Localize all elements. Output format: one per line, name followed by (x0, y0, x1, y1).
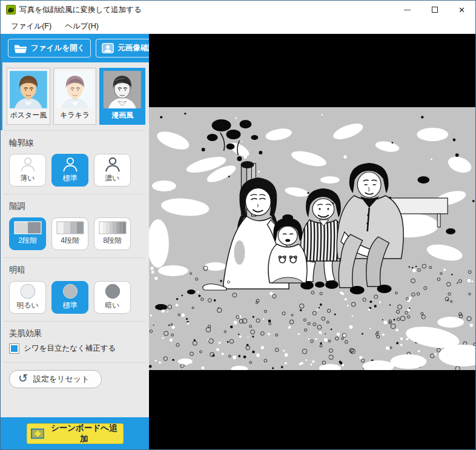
add-to-sceneboard-label: シーンボードへ追加 (49, 423, 119, 445)
circle-icon (103, 283, 122, 300)
person-icon (18, 156, 38, 173)
kirakira-style-thumbnail (56, 71, 94, 108)
brightness-dark-label: 暗い (105, 300, 119, 311)
outline-thin-button[interactable]: 薄い (9, 154, 46, 187)
style-kirakira-label: キラキラ (56, 108, 94, 123)
outline-dark-label: 濃い (105, 173, 119, 184)
app-window: 写真を似顔絵風に変換して追加する ✕ ファイル(F) ヘルプ(H) ファイルを開… (0, 0, 476, 450)
close-icon: ✕ (458, 6, 465, 14)
gradation-8-button[interactable]: 8段階 (94, 217, 131, 250)
menubar: ファイル(F) ヘルプ(H) (1, 19, 475, 34)
minimize-icon (404, 10, 411, 10)
open-file-button[interactable]: ファイルを開く (8, 39, 91, 58)
person-icon (102, 156, 123, 173)
minimize-button[interactable] (394, 1, 421, 19)
folder-open-icon (14, 44, 27, 53)
preview-image (149, 107, 475, 370)
maximize-icon (432, 7, 438, 13)
plus-icon (31, 428, 45, 439)
outline-section: 輪郭線 薄い 標準 (1, 131, 149, 194)
sidebar-footer: シーンボードへ追加 (1, 417, 149, 449)
gradation-section-title: 階調 (9, 201, 140, 212)
reset-settings-label: 設定をリセット (33, 374, 90, 385)
person-icon (60, 156, 81, 173)
brightness-bright-button[interactable]: 明るい (9, 281, 46, 314)
outline-standard-button[interactable]: 標準 (51, 154, 88, 187)
settings-sidebar: ファイルを開く 元画像確認 (1, 34, 149, 449)
skin-effect-title: 美肌効果 (9, 328, 140, 339)
style-manga[interactable]: 漫画風 (99, 68, 145, 125)
brightness-dark-button[interactable]: 暗い (94, 281, 131, 314)
style-poster-label: ポスター風 (10, 108, 47, 123)
style-preset-row: ポスター風 キラキラ (1, 62, 149, 130)
skin-effect-section: 美肌効果 シワを目立たなく補正する (1, 322, 149, 362)
outline-dark-button[interactable]: 濃い (94, 154, 131, 187)
poster-style-thumbnail (10, 71, 47, 108)
maximize-button[interactable] (421, 1, 448, 19)
brightness-section: 明暗 明るい 標準 (1, 258, 149, 321)
manga-style-thumbnail (102, 71, 142, 108)
circle-icon (18, 283, 38, 300)
brightness-bright-label: 明るい (16, 300, 39, 311)
reset-icon: ↺ (18, 372, 28, 384)
titlebar: 写真を似顔絵風に変換して追加する ✕ (1, 1, 475, 19)
outline-section-title: 輪郭線 (9, 137, 140, 148)
reset-settings-button[interactable]: ↺ 設定をリセット (9, 370, 102, 388)
gray-steps-icon (56, 220, 84, 235)
style-kirakira[interactable]: キラキラ (53, 68, 97, 125)
portrait-icon (102, 43, 114, 53)
gradation-4-button[interactable]: 4段階 (51, 217, 88, 250)
outline-standard-label: 標準 (63, 173, 78, 184)
menu-file[interactable]: ファイル(F) (5, 19, 57, 33)
style-manga-label: 漫画風 (102, 108, 142, 123)
open-file-label: ファイルを開く (31, 43, 85, 53)
gray-steps-icon (14, 220, 42, 235)
wrinkle-checkbox[interactable] (9, 343, 19, 354)
brightness-standard-label: 標準 (63, 300, 78, 311)
preview-area (149, 34, 475, 449)
file-toolbar: ファイルを開く 元画像確認 (1, 34, 149, 62)
gradation-8-label: 8段階 (103, 236, 122, 246)
add-to-sceneboard-button[interactable]: シーンボードへ追加 (27, 423, 124, 444)
gradation-2-button[interactable]: 2段階 (9, 217, 46, 250)
window-title: 写真を似顔絵風に変換して追加する (19, 5, 394, 15)
close-button[interactable]: ✕ (448, 1, 475, 19)
menu-help[interactable]: ヘルプ(H) (59, 19, 104, 33)
app-mascot-icon (6, 5, 16, 15)
gradation-2-label: 2段階 (18, 236, 37, 246)
gradation-4-label: 4段階 (61, 236, 79, 246)
outline-thin-label: 薄い (20, 173, 35, 184)
brightness-section-title: 明暗 (9, 265, 140, 276)
gray-steps-icon (99, 220, 127, 235)
wrinkle-checkbox-label: シワを目立たなく補正する (24, 343, 116, 354)
checkbox-checked-mark (11, 345, 18, 352)
gradation-section: 階調 2段階 (1, 194, 149, 257)
brightness-standard-button[interactable]: 標準 (51, 281, 88, 314)
style-poster[interactable]: ポスター風 (7, 68, 50, 125)
circle-icon (61, 283, 80, 300)
